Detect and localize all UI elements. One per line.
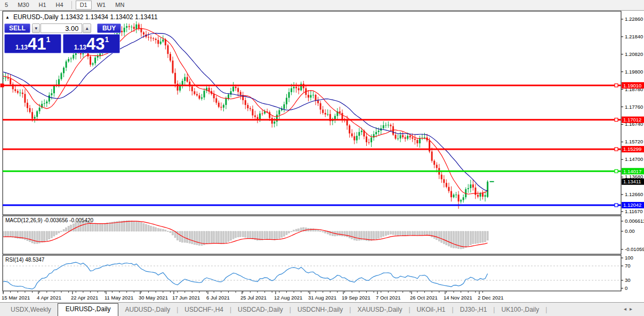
date-axis-label: 6 Jul 2021 bbox=[206, 295, 230, 301]
date-axis-label: 31 Aug 2021 bbox=[308, 295, 336, 301]
chart-tab-uk100-daily[interactable]: UK100-,Daily bbox=[495, 304, 545, 316]
sell-price-sup: 1 bbox=[46, 35, 51, 44]
price-axis-tick: 1.22860 bbox=[625, 16, 643, 22]
tab-scroll-left-icon[interactable]: ◂ bbox=[624, 306, 630, 312]
price-axis-tick: 1.14700 bbox=[625, 156, 643, 162]
timeframe-button-h4[interactable]: H4 bbox=[52, 1, 68, 10]
level-price-label: 1.15299 bbox=[622, 146, 644, 152]
tab-scroll-right-icon[interactable]: ▸ bbox=[630, 306, 635, 312]
date-axis-label: 17 Jun 2021 bbox=[172, 295, 200, 301]
level-price-label: 1.14017 bbox=[622, 168, 644, 174]
triangle-up-icon: ▲ bbox=[85, 26, 89, 31]
timeframe-button-w1[interactable]: W1 bbox=[93, 1, 110, 10]
tab-scroll-arrows[interactable]: ◂▸ bbox=[624, 306, 635, 312]
sell-price-small: 1.13 bbox=[15, 44, 28, 51]
current-price-label: 1.13411 bbox=[622, 179, 644, 185]
macd-indicator-label: MACD(12,26,9) -0.003656 -0.005420 bbox=[5, 217, 93, 223]
chart-tab-xauusd-daily[interactable]: XAUUSD-,Daily bbox=[351, 304, 408, 316]
chart-tab-bar: USDX,WeeklyEURUSD-,DailyAUDUSD-,Daily|US… bbox=[0, 302, 644, 316]
timeframe-button-5[interactable]: 5 bbox=[1, 1, 12, 10]
mt4-chart-window: 5M30H1H4D1W1MN 1.228601.218401.208201.19… bbox=[0, 0, 644, 316]
timeframe-toolbar: 5M30H1H4D1W1MN bbox=[0, 0, 644, 11]
volume-increase-button[interactable]: ▲ bbox=[83, 23, 91, 33]
date-axis-label: 7 Oct 2021 bbox=[376, 295, 400, 301]
date-axis-label: 22 Apr 2021 bbox=[71, 295, 98, 301]
buy-price-small: 1.13 bbox=[74, 44, 86, 51]
triangle-down-icon: ▼ bbox=[34, 26, 38, 31]
rsi-axis-tick: 100 bbox=[625, 255, 633, 261]
price-axis-tick: 1.15720 bbox=[625, 139, 643, 144]
toolbar-separator bbox=[71, 1, 72, 9]
chart-tab-ukoil-h1[interactable]: UKOil-,H1 bbox=[410, 304, 452, 316]
price-axis-tick: 1.19800 bbox=[625, 69, 643, 75]
chart-ohlc-values: 1.13432 1.13434 1.13402 1.13411 bbox=[60, 13, 158, 21]
svg-text:1.12042: 1.12042 bbox=[623, 202, 641, 208]
price-axis-tick: 1.11670 bbox=[625, 208, 643, 214]
chart-symbol-label: EURUSD-,Daily bbox=[13, 13, 59, 21]
price-axis-tick: 1.20820 bbox=[625, 51, 643, 57]
rsi-axis-tick: 0 bbox=[625, 285, 627, 291]
chart-tab-usdx-weekly[interactable]: USDX,Weekly bbox=[4, 304, 58, 316]
collapse-triangle-icon[interactable]: ▲ bbox=[5, 15, 10, 20]
macd-axis-tick: 0.00 bbox=[625, 228, 635, 234]
date-axis-label: 4 Apr 2021 bbox=[37, 295, 61, 301]
sell-button[interactable]: SELL bbox=[4, 23, 30, 33]
svg-text:1.13411: 1.13411 bbox=[623, 179, 641, 184]
date-axis-label: 12 Aug 2021 bbox=[274, 295, 302, 301]
date-axis-label: 19 Sep 2021 bbox=[342, 295, 371, 301]
timeframe-button-d1[interactable]: D1 bbox=[76, 1, 92, 10]
buy-price-big: 43 bbox=[86, 35, 104, 53]
chart-tab-eurusd-daily[interactable]: EURUSD-,Daily bbox=[58, 303, 119, 316]
chart-tab-usdcad-daily[interactable]: USDCAD-,Daily bbox=[231, 304, 289, 316]
date-axis: 15 Mar 20214 Apr 202122 Apr 202111 May 2… bbox=[2, 291, 504, 301]
level-price-label: 1.19010 bbox=[622, 82, 644, 88]
svg-text:1.19010: 1.19010 bbox=[623, 83, 641, 88]
date-axis-label: 11 May 2021 bbox=[104, 295, 133, 301]
one-click-trading-panel: SELL ▼ ▲ BUY 1.13411 1.13431 bbox=[4, 23, 121, 53]
macd-axis-tick: -0.010595 bbox=[625, 246, 644, 252]
sell-price-display[interactable]: 1.13411 bbox=[4, 34, 61, 53]
date-axis-label: 26 Oct 2021 bbox=[410, 295, 438, 301]
price-axis-tick: 1.21840 bbox=[625, 34, 643, 39]
price-axis: 1.228601.218401.208201.198001.187801.177… bbox=[621, 16, 644, 291]
svg-text:1.17012: 1.17012 bbox=[623, 117, 641, 123]
volume-decrease-button[interactable]: ▼ bbox=[32, 23, 41, 33]
timeframe-button-h1[interactable]: H1 bbox=[35, 1, 51, 10]
tab-separator: | bbox=[545, 306, 547, 316]
date-axis-label: 14 Nov 2021 bbox=[444, 295, 472, 301]
macd-axis-tick: 0.006611 bbox=[625, 218, 644, 224]
volume-input[interactable] bbox=[41, 23, 82, 33]
rsi-axis-tick: 30 bbox=[625, 277, 631, 283]
svg-text:1.15299: 1.15299 bbox=[623, 146, 641, 152]
price-axis-tick: 1.17760 bbox=[625, 104, 643, 110]
buy-button[interactable]: BUY bbox=[97, 23, 121, 33]
rsi-indicator-label: RSI(14) 48.5347 bbox=[5, 257, 44, 263]
chart-tab-dj30-h1[interactable]: DJ30-,H1 bbox=[454, 304, 494, 316]
buy-price-sup: 1 bbox=[105, 35, 109, 44]
timeframe-button-mn[interactable]: MN bbox=[111, 1, 128, 10]
chart-tab-audusd-daily[interactable]: AUDUSD-,Daily bbox=[118, 304, 176, 316]
timeframe-button-m30[interactable]: M30 bbox=[13, 1, 33, 10]
level-price-label: 1.17012 bbox=[622, 117, 644, 123]
rsi-panel-frame bbox=[3, 255, 621, 291]
date-axis-label: 30 May 2021 bbox=[139, 295, 168, 301]
svg-text:1.14017: 1.14017 bbox=[623, 168, 641, 174]
macd-panel-frame bbox=[3, 216, 621, 254]
date-axis-label: 2 Dec 2021 bbox=[478, 295, 504, 301]
chart-title: ▲ EURUSD-,Daily 1.13432 1.13434 1.13402 … bbox=[5, 13, 158, 21]
date-axis-label: 15 Mar 2021 bbox=[2, 295, 30, 301]
sell-price-big: 41 bbox=[28, 35, 46, 53]
date-axis-label: 25 Jul 2021 bbox=[240, 295, 267, 301]
rsi-axis-tick: 70 bbox=[625, 263, 631, 269]
chart-tab-usdchf-h4[interactable]: USDCHF-,H4 bbox=[178, 304, 230, 316]
buy-price-display[interactable]: 1.13431 bbox=[63, 34, 120, 53]
chart-tab-usdcnh-daily[interactable]: USDCNH-,Daily bbox=[291, 304, 349, 316]
price-axis-tick: 1.12660 bbox=[625, 191, 643, 197]
level-price-label: 1.12042 bbox=[622, 202, 644, 208]
